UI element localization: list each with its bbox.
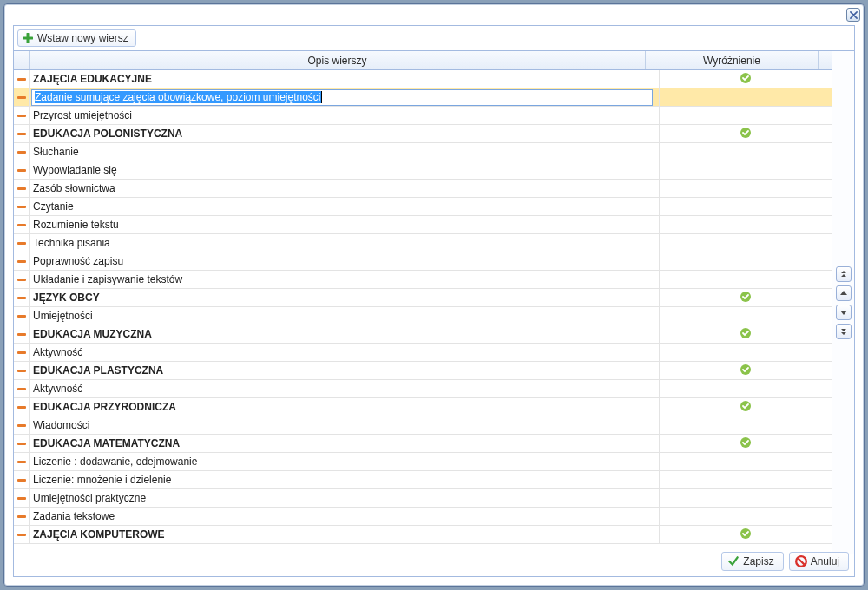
row-handle[interactable] [14, 143, 30, 161]
row-handle[interactable] [14, 125, 30, 142]
row-description[interactable]: EDUKACJA MUZYCZNA [30, 325, 660, 343]
table-row[interactable]: Umiejętności [14, 307, 832, 325]
row-handle[interactable] [14, 435, 30, 452]
row-handle[interactable] [14, 289, 30, 306]
row-description[interactable]: Aktywność [30, 380, 660, 397]
row-handle[interactable] [14, 471, 30, 488]
row-highlight[interactable] [660, 180, 832, 197]
row-description[interactable]: Rozumienie tekstu [30, 216, 660, 233]
table-row[interactable]: Zadanie sumujące zajęcia obowiązkowe, po… [14, 88, 832, 107]
row-highlight[interactable] [660, 234, 832, 252]
table-row[interactable]: EDUKACJA MUZYCZNA [14, 325, 832, 344]
table-row[interactable]: Liczenie: mnożenie i dzielenie [14, 471, 832, 489]
row-handle[interactable] [14, 380, 30, 397]
row-handle[interactable] [14, 88, 30, 106]
save-button[interactable]: Zapisz [721, 552, 783, 571]
row-highlight[interactable] [660, 453, 832, 470]
row-handle[interactable] [14, 325, 30, 343]
row-highlight[interactable] [660, 88, 832, 106]
row-description[interactable]: Układanie i zapisywanie tekstów [30, 271, 660, 288]
row-description[interactable]: Czytanie [30, 198, 660, 215]
row-description[interactable]: Słuchanie [30, 143, 660, 161]
row-handle[interactable] [14, 198, 30, 215]
row-highlight[interactable] [660, 161, 832, 179]
table-row[interactable]: Wiadomości [14, 416, 832, 435]
table-row[interactable]: ZAJĘCIA KOMPUTEROWE [14, 526, 832, 544]
row-handle[interactable] [14, 526, 30, 543]
row-highlight[interactable] [660, 526, 832, 543]
table-row[interactable]: EDUKACJA PRZYRODNICZA [14, 398, 832, 416]
table-row[interactable]: EDUKACJA PLASTYCZNA [14, 362, 832, 380]
col-description[interactable]: Opis wierszy [30, 51, 646, 69]
table-row[interactable]: Zadania tekstowe [14, 508, 832, 526]
row-highlight[interactable] [660, 380, 832, 397]
row-description[interactable]: Zasób słownictwa [30, 180, 660, 197]
row-highlight[interactable] [660, 398, 832, 416]
move-up-button[interactable] [836, 285, 852, 301]
row-description[interactable]: Przyrost umiejętności [30, 107, 660, 124]
row-highlight[interactable] [660, 70, 832, 88]
insert-row-button[interactable]: Wstaw nowy wiersz [17, 30, 136, 47]
row-highlight[interactable] [660, 198, 832, 215]
row-description[interactable]: Wypowiadanie się [30, 161, 660, 179]
row-description[interactable]: EDUKACJA PLASTYCZNA [30, 362, 660, 379]
close-button[interactable] [846, 8, 860, 22]
row-highlight[interactable] [660, 216, 832, 233]
row-highlight[interactable] [660, 435, 832, 452]
table-row[interactable]: Przyrost umiejętności [14, 107, 832, 125]
row-description[interactable]: Technika pisania [30, 234, 660, 252]
row-highlight[interactable] [660, 325, 832, 343]
row-handle[interactable] [14, 234, 30, 252]
row-description[interactable]: Zadania tekstowe [30, 508, 660, 525]
move-top-button[interactable] [836, 266, 852, 282]
table-row[interactable]: Zasób słownictwa [14, 180, 832, 198]
row-highlight[interactable] [660, 416, 832, 434]
row-description[interactable]: JĘZYK OBCY [30, 289, 660, 306]
row-highlight[interactable] [660, 271, 832, 288]
row-description[interactable]: EDUKACJA MATEMATYCZNA [30, 435, 660, 452]
table-row[interactable]: Rozumienie tekstu [14, 216, 832, 234]
row-highlight[interactable] [660, 344, 832, 361]
row-highlight[interactable] [660, 252, 832, 270]
row-handle[interactable] [14, 271, 30, 288]
row-handle[interactable] [14, 180, 30, 197]
row-highlight[interactable] [660, 125, 832, 142]
row-highlight[interactable] [660, 508, 832, 525]
row-description[interactable]: Zadanie sumujące zajęcia obowiązkowe, po… [30, 88, 660, 106]
row-highlight[interactable] [660, 107, 832, 124]
cancel-button[interactable]: Anuluj [789, 552, 849, 571]
row-highlight[interactable] [660, 307, 832, 324]
row-handle[interactable] [14, 398, 30, 416]
table-row[interactable]: JĘZYK OBCY [14, 289, 832, 307]
row-description[interactable]: EDUKACJA POLONISTYCZNA [30, 125, 660, 142]
row-description[interactable]: Wiadomości [30, 416, 660, 434]
row-edit-input[interactable]: Zadanie sumujące zajęcia obowiązkowe, po… [31, 89, 653, 106]
row-highlight[interactable] [660, 289, 832, 306]
row-highlight[interactable] [660, 489, 832, 507]
table-row[interactable]: Układanie i zapisywanie tekstów [14, 271, 832, 289]
row-description[interactable]: Poprawność zapisu [30, 252, 660, 270]
row-handle[interactable] [14, 70, 30, 88]
table-row[interactable]: Technika pisania [14, 234, 832, 252]
table-row[interactable]: Aktywność [14, 344, 832, 362]
table-row[interactable]: Czytanie [14, 198, 832, 216]
row-handle[interactable] [14, 252, 30, 270]
row-handle[interactable] [14, 453, 30, 470]
row-description[interactable]: Umiejętności [30, 307, 660, 324]
grid-rows[interactable]: ZAJĘCIA EDUKACYJNEZadanie sumujące zajęc… [14, 70, 832, 554]
row-description[interactable]: Liczenie : dodawanie, odejmowanie [30, 453, 660, 470]
table-row[interactable]: EDUKACJA POLONISTYCZNA [14, 125, 832, 143]
row-highlight[interactable] [660, 471, 832, 488]
row-handle[interactable] [14, 362, 30, 379]
row-handle[interactable] [14, 508, 30, 525]
row-handle[interactable] [14, 489, 30, 507]
table-row[interactable]: Wypowiadanie się [14, 161, 832, 180]
table-row[interactable]: Aktywność [14, 380, 832, 398]
row-description[interactable]: ZAJĘCIA EDUKACYJNE [30, 70, 660, 88]
table-row[interactable]: Liczenie : dodawanie, odejmowanie [14, 453, 832, 471]
row-description[interactable]: EDUKACJA PRZYRODNICZA [30, 398, 660, 416]
row-description[interactable]: Umiejętności praktyczne [30, 489, 660, 507]
table-row[interactable]: Słuchanie [14, 143, 832, 161]
row-handle[interactable] [14, 416, 30, 434]
row-highlight[interactable] [660, 362, 832, 379]
